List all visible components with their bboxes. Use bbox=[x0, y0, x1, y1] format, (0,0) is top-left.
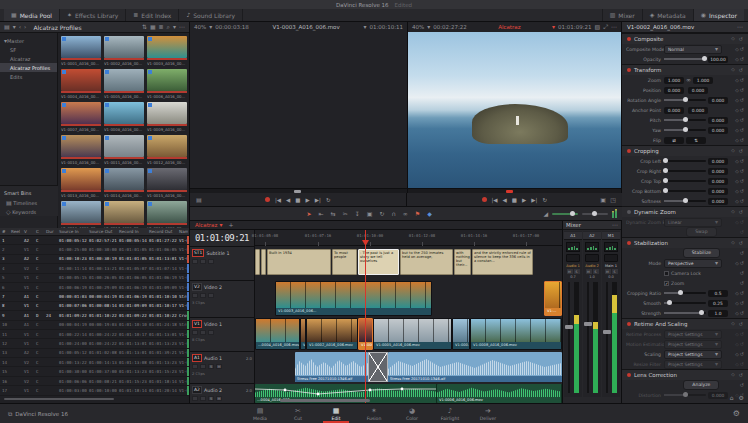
page-fairlight[interactable]: ♪Fairlight bbox=[433, 406, 467, 422]
slider-handle[interactable] bbox=[702, 56, 707, 61]
edit-index-row[interactable]: 17V1C01:00:03:0001:00:10:0001:01:18:1401… bbox=[0, 386, 189, 395]
reset-icon[interactable]: ↺ bbox=[739, 148, 743, 154]
reset-icon[interactable]: ↺ bbox=[740, 331, 744, 337]
edit-index-row[interactable]: 6V1C01:00:06:1901:00:29:0901:01:06:1901:… bbox=[0, 283, 189, 292]
timeline-name[interactable]: Alcatraz bbox=[470, 24, 549, 30]
analyze-button[interactable]: Analyze bbox=[683, 380, 719, 390]
keyframe-icon[interactable]: ◇ bbox=[735, 189, 738, 194]
edit-index-row[interactable]: 7A1C00:00:01:0300:00:04:1901:01:06:1901:… bbox=[0, 292, 189, 301]
media-clip-thumbnail[interactable]: V1-0009_A016_00... bbox=[147, 102, 187, 132]
track-destination-badge[interactable]: A1 bbox=[192, 354, 202, 362]
value-slider[interactable] bbox=[664, 58, 706, 60]
mixer-button[interactable]: ▥Mixer bbox=[602, 9, 642, 21]
keyframe-icon[interactable]: ◇ bbox=[735, 88, 738, 93]
reset-icon[interactable]: ↺ bbox=[739, 67, 743, 73]
last-frame-button[interactable]: ▶| bbox=[315, 197, 321, 203]
value-box[interactable]: 0.000 bbox=[708, 392, 728, 399]
media-clip-thumbnail[interactable]: V1-0006_A016_00... bbox=[147, 69, 187, 99]
subtitle-clip[interactable]: Built in 1934 bbox=[267, 249, 331, 275]
track-lock-icon[interactable] bbox=[192, 330, 198, 335]
media-clip-thumbnail[interactable]: V1-0017_A016_00... bbox=[104, 201, 144, 228]
audio-clip[interactable]: Stress Free 20171010-1346.aif bbox=[295, 352, 368, 382]
audio-clip[interactable]: Stress Free 20171010-1346.aif bbox=[388, 352, 562, 382]
sidebar-bin-sf[interactable]: SF bbox=[0, 45, 57, 54]
video-clip[interactable]: V1-000… bbox=[452, 318, 470, 350]
keyframe-icon[interactable]: ◇ bbox=[731, 36, 734, 42]
more-icon[interactable]: ⋯ bbox=[612, 222, 618, 228]
camera-icon[interactable]: ▣ bbox=[600, 197, 606, 203]
forward-icon[interactable]: › bbox=[24, 24, 26, 30]
track-visibility-icon[interactable] bbox=[208, 259, 214, 264]
dropdown-dynamic-zoom-ease[interactable]: Linear▾ bbox=[664, 218, 722, 227]
subtitle-clip[interactable] bbox=[261, 249, 266, 275]
track-visibility-icon[interactable] bbox=[208, 330, 214, 335]
track-solo-icon[interactable]: S bbox=[208, 364, 214, 369]
slider-handle[interactable] bbox=[699, 310, 704, 315]
track-enable-icon[interactable] bbox=[200, 293, 206, 298]
value-slider[interactable] bbox=[664, 200, 706, 202]
edit-index-button[interactable]: ≣Edit Index bbox=[126, 9, 179, 21]
value-slider[interactable] bbox=[664, 302, 706, 304]
record-dot[interactable] bbox=[482, 197, 487, 202]
section-enable-dot[interactable] bbox=[627, 149, 631, 153]
keyframe-icon[interactable]: ◇ bbox=[735, 169, 738, 174]
track-enable-icon[interactable] bbox=[200, 259, 206, 264]
insert-clip-icon[interactable]: ↧ bbox=[355, 211, 360, 217]
timeline-tab[interactable]: Alcatraz▾ bbox=[195, 222, 222, 228]
video-clip[interactable]: …0004_A016_006.mov bbox=[255, 318, 300, 350]
value-box[interactable]: 0.000 bbox=[708, 158, 728, 165]
video-clip[interactable]: V1-0003_A016_006... bbox=[275, 281, 432, 316]
play-button[interactable]: ▶ bbox=[522, 197, 526, 203]
media-clip-thumbnail[interactable]: V1-0004_A016_00... bbox=[61, 69, 101, 99]
video-clip[interactable]: V1-... bbox=[544, 281, 562, 316]
keyframe-icon[interactable]: ◇ bbox=[735, 352, 738, 357]
track-mute-icon[interactable]: M bbox=[216, 396, 222, 401]
keyframe-icon[interactable]: ◇ bbox=[731, 240, 734, 246]
marker-icon[interactable]: ◆ bbox=[427, 211, 432, 217]
flip-vertical-button[interactable]: ⇅ bbox=[686, 137, 706, 144]
subtitle-clip[interactable]: with nothing but their... bbox=[454, 249, 471, 275]
loop-button[interactable]: ↻ bbox=[542, 197, 547, 203]
keyframe-icon[interactable]: ◇ bbox=[735, 179, 738, 184]
reset-icon[interactable]: ↺ bbox=[739, 372, 743, 378]
dropdown-scaling[interactable]: Project Settings▾ bbox=[664, 350, 722, 359]
section-enable-dot[interactable] bbox=[627, 68, 631, 72]
keyframe-icon[interactable]: ◇ bbox=[731, 67, 734, 73]
solo-button[interactable]: S bbox=[574, 269, 580, 274]
edit-index-row[interactable]: 1A2C01:00:05:1201:02:57:2101:00:05:1401:… bbox=[0, 236, 189, 245]
value-box-x[interactable]: 0.000 bbox=[664, 87, 684, 94]
keyframe-icon[interactable]: ◇ bbox=[735, 78, 738, 83]
channel-fader[interactable] bbox=[564, 280, 582, 397]
value-box[interactable]: 0.000 bbox=[708, 178, 728, 185]
play-reverse-button[interactable]: ◀ bbox=[286, 197, 290, 203]
video-clip[interactable]: V1-0005_A016_006.mov bbox=[373, 318, 452, 350]
keyframe-icon[interactable]: ◇ bbox=[735, 332, 738, 337]
edit-index-row[interactable]: 15V1C01:00:30:0001:00:37:0001:01:13:2301… bbox=[0, 367, 189, 376]
edit-index-row[interactable]: 13A2C01:00:05:1201:01:02:0801:01:13:0101… bbox=[0, 349, 189, 358]
keyframe-icon[interactable]: ◇ bbox=[731, 372, 734, 378]
stop-button[interactable]: ■ bbox=[512, 197, 517, 203]
reset-icon[interactable]: ↺ bbox=[740, 56, 744, 62]
value-box-x[interactable]: 1.000 bbox=[664, 77, 684, 84]
value-slider[interactable] bbox=[664, 160, 706, 162]
expand-viewer-icon[interactable]: ⤢ bbox=[603, 24, 608, 30]
slider-handle[interactable] bbox=[683, 392, 688, 397]
value-slider[interactable] bbox=[664, 129, 706, 131]
dropdown-retime-process[interactable]: Project Settings▾ bbox=[664, 330, 722, 339]
mixer-pan-control[interactable] bbox=[566, 254, 580, 262]
checkbox-camera-lock[interactable] bbox=[664, 271, 669, 276]
volume-slider-handle[interactable] bbox=[570, 211, 575, 216]
chevron-down-icon[interactable]: ▾ bbox=[552, 24, 555, 30]
value-box-y[interactable]: 0.000 bbox=[688, 87, 708, 94]
chevron-down-icon[interactable]: ▾ bbox=[13, 24, 16, 30]
mute-button[interactable]: M bbox=[567, 269, 573, 274]
page-color[interactable]: ◕Color bbox=[395, 406, 429, 422]
reset-icon[interactable]: ↺ bbox=[740, 168, 744, 174]
sound-library-button[interactable]: ♪Sound Library bbox=[179, 9, 243, 21]
source-clip-name[interactable]: V1-0003_A016_006.mov bbox=[252, 24, 361, 30]
reset-icon[interactable]: ↺ bbox=[740, 290, 744, 296]
reset-icon[interactable]: ↺ bbox=[740, 46, 744, 52]
media-clip-thumbnail[interactable]: V1-0015_A016_00... bbox=[147, 168, 187, 198]
fader-handle[interactable] bbox=[603, 330, 611, 334]
more-icon[interactable]: ⋯ bbox=[737, 24, 743, 30]
